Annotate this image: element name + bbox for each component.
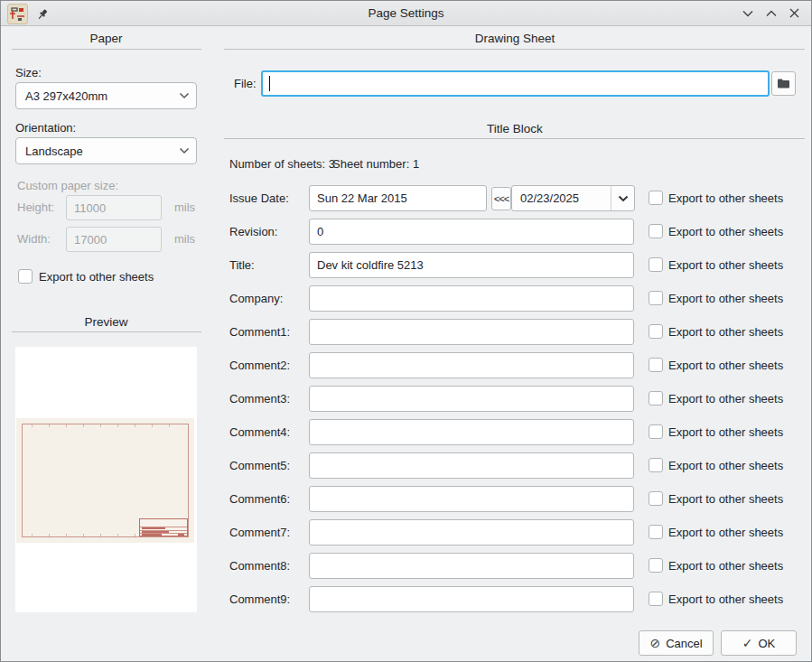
chevron-down-icon [742, 10, 753, 17]
title-block-field-row: Comment3: Export to other sheets [224, 386, 806, 412]
browse-file-button[interactable] [771, 71, 796, 96]
width-unit-label: mils [174, 232, 195, 246]
export-checkbox-label: Export to other sheets [668, 425, 783, 439]
file-row: File: [224, 70, 806, 97]
export-checkbox[interactable] [649, 224, 663, 238]
export-checkbox[interactable] [649, 291, 663, 305]
date-picker[interactable]: 02/23/2025 [511, 185, 635, 211]
title-block-field-row: Company: Export to other sheets [224, 285, 806, 312]
field-label: Comment4: [229, 425, 290, 439]
paper-export-row: Export to other sheets [8, 268, 204, 286]
file-input[interactable] [261, 70, 770, 97]
width-input [66, 227, 162, 252]
field-label: Comment8: [229, 559, 290, 573]
title-block-field-row: Comment8: Export to other sheets [224, 553, 806, 579]
export-checkbox-label: Export to other sheets [668, 191, 783, 205]
export-checkbox[interactable] [649, 191, 663, 205]
export-checkbox[interactable] [649, 257, 663, 272]
field-input-comment2[interactable] [309, 352, 634, 378]
width-label: Width: [17, 232, 51, 246]
field-label: Company: [229, 292, 283, 305]
title-block-field-row: Comment5: Export to other sheets [224, 452, 806, 479]
number-of-sheets-text: Number of sheets: 3 [229, 157, 335, 171]
export-checkbox-label: Export to other sheets [668, 359, 783, 372]
size-select[interactable]: A3 297x420mm [15, 82, 197, 109]
title-block-field-row: Revision: Export to other sheets [224, 219, 806, 245]
title-block-field-row: Comment9: Export to other sheets [224, 586, 806, 612]
field-input-company[interactable] [309, 285, 634, 312]
section-divider [224, 49, 805, 50]
copy-date-button[interactable]: <<< [491, 187, 511, 210]
field-input-revision[interactable] [309, 219, 634, 245]
shade-button[interactable] [740, 5, 755, 21]
close-button[interactable] [787, 5, 802, 21]
field-input-comment3[interactable] [309, 386, 634, 412]
field-input-comment8[interactable] [309, 553, 634, 579]
export-checkbox[interactable] [649, 558, 663, 573]
sheet-preview [16, 418, 194, 543]
orientation-select[interactable]: Landscape [15, 137, 197, 164]
title-block-field-row: Comment4: Export to other sheets [224, 419, 806, 445]
page-settings-dialog: Page Settings Paper Size: A3 297x420mm O… [0, 0, 812, 662]
sheet-info-row: Number of sheets: 3 Sheet number: 1 [224, 157, 806, 172]
field-label: Comment5: [229, 459, 290, 472]
orientation-select-value: Landscape [16, 145, 173, 158]
field-label: Title: [229, 258, 255, 272]
titlebar[interactable]: Page Settings [1, 1, 811, 26]
paper-export-checkbox[interactable] [18, 269, 33, 284]
field-label: Comment6: [229, 492, 290, 506]
text-caret [269, 76, 270, 91]
export-checkbox[interactable] [649, 324, 663, 339]
field-label: Revision: [229, 225, 277, 238]
field-input-comment5[interactable] [309, 452, 634, 479]
export-checkbox[interactable] [649, 391, 663, 406]
export-checkbox[interactable] [649, 424, 663, 439]
export-checkbox[interactable] [649, 491, 663, 506]
export-checkbox[interactable] [649, 592, 663, 606]
maximize-button[interactable] [763, 5, 779, 21]
ok-button[interactable]: ✓ OK [721, 630, 797, 656]
field-label: Comment2: [229, 359, 290, 372]
height-unit-label: mils [174, 200, 195, 214]
export-checkbox-label: Export to other sheets [668, 459, 783, 472]
field-input-comment6[interactable] [309, 486, 634, 512]
section-divider [12, 49, 201, 50]
export-checkbox[interactable] [649, 458, 663, 472]
paper-export-checkbox-label: Export to other sheets [39, 270, 154, 284]
title-block-field-row: Title: Export to other sheets [224, 252, 806, 278]
chevron-up-icon [766, 10, 777, 17]
paper-section-header: Paper [8, 32, 204, 45]
field-label: Comment1: [229, 325, 290, 339]
export-checkbox-label: Export to other sheets [668, 325, 783, 339]
folder-icon [777, 78, 790, 89]
title-block-field-row: Comment1: Export to other sheets [224, 319, 806, 345]
field-input-comment9[interactable] [309, 586, 634, 612]
field-input-comment1[interactable] [309, 319, 634, 345]
paper-panel: Paper Size: A3 297x420mm Orientation: La… [8, 26, 204, 662]
title-block-section-header: Title Block [224, 122, 806, 135]
check-icon: ✓ [742, 636, 753, 650]
ok-button-label: OK [758, 637, 775, 650]
field-input-comment7[interactable] [309, 519, 634, 545]
field-input-title[interactable] [309, 252, 634, 278]
cancel-icon: ⊘ [649, 636, 660, 650]
chevron-down-icon[interactable] [611, 186, 634, 210]
export-checkbox-label: Export to other sheets [668, 526, 783, 539]
height-input [66, 195, 162, 220]
issue-date-row: Issue Date: <<< 02/23/2025 Export to oth… [224, 185, 806, 211]
cancel-button-label: Cancel [666, 637, 702, 650]
field-label: Comment3: [229, 392, 290, 406]
export-checkbox[interactable] [649, 525, 663, 539]
section-divider [12, 331, 201, 332]
section-divider [224, 138, 805, 139]
sheet-number-text: Sheet number: 1 [332, 157, 419, 171]
export-checkbox-label: Export to other sheets [668, 258, 783, 272]
export-checkbox-label: Export to other sheets [668, 559, 783, 573]
export-checkbox-label: Export to other sheets [668, 592, 783, 606]
export-checkbox[interactable] [649, 358, 663, 372]
custom-paper-size-label: Custom paper size: [17, 179, 118, 192]
issue-date-input[interactable] [309, 185, 487, 211]
drawing-sheet-section-header: Drawing Sheet [224, 32, 806, 45]
field-input-comment4[interactable] [309, 419, 634, 445]
cancel-button[interactable]: ⊘ Cancel [639, 630, 714, 656]
